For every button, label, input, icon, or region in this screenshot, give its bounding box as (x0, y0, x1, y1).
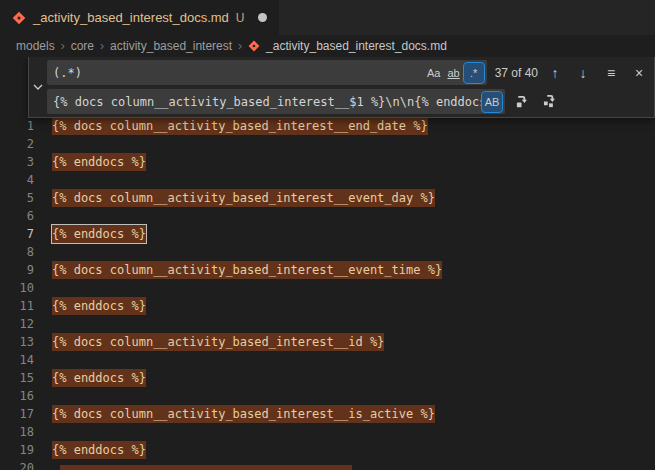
match-highlight: {% docs column__activity_based_interest_… (52, 333, 384, 351)
find-input[interactable] (53, 66, 424, 80)
replace-icon[interactable] (511, 91, 533, 113)
tab-filename: _activity_based_interest_docs.md (33, 10, 229, 25)
editor-lines: 1{% docs column__activity_based_interest… (0, 117, 655, 470)
git-status-badge: U (236, 11, 245, 25)
line-number: 13 (0, 335, 34, 349)
next-match-icon[interactable]: ↓ (572, 62, 594, 84)
editor-line[interactable]: 17{% docs column__activity_based_interes… (0, 405, 655, 423)
preserve-case-toggle[interactable]: AB (482, 92, 502, 112)
editor-line[interactable]: 19{% enddocs %} (0, 441, 655, 459)
tab-activity-docs[interactable]: _activity_based_interest_docs.md U (0, 0, 279, 35)
match-highlight: {% docs column__activity_based_interest_… (52, 261, 442, 279)
line-number: 16 (0, 389, 34, 403)
editor-area: Aa ab .* 37 of 40 ↑ ↓ ≡ × AB (0, 57, 655, 470)
replace-input[interactable] (53, 95, 482, 109)
code-editor[interactable]: 1{% docs column__activity_based_interest… (0, 57, 655, 470)
find-widget-collapse-chevron[interactable] (29, 60, 47, 114)
editor-line[interactable]: 11{% enddocs %} (0, 297, 655, 315)
editor-line[interactable]: 12 (0, 315, 655, 333)
editor-line[interactable]: 15{% enddocs %} (0, 369, 655, 387)
find-row: Aa ab .* 37 of 40 ↑ ↓ ≡ × (47, 60, 650, 85)
editor-line[interactable]: 6 (0, 207, 655, 225)
find-replace-widget: Aa ab .* 37 of 40 ↑ ↓ ≡ × AB (28, 57, 655, 118)
match-highlight: {% docs column__activity_based_interest_… (52, 189, 435, 207)
line-number: 5 (0, 191, 34, 205)
unsaved-changes-dot[interactable] (258, 13, 267, 22)
line-number: 10 (0, 281, 34, 295)
line-number: 4 (0, 173, 34, 187)
match-highlight: {% docs column__activity_based_interest_… (52, 117, 428, 135)
line-number: 12 (0, 317, 34, 331)
breadcrumb-separator: › (100, 39, 104, 53)
breadcrumb-item-models[interactable]: models (16, 39, 55, 53)
editor-line[interactable]: 8 (0, 243, 655, 261)
replace-row: AB (47, 89, 650, 114)
line-number: 20 (0, 461, 34, 470)
tab-bar: _activity_based_interest_docs.md U (0, 0, 655, 35)
editor-line[interactable]: 3{% enddocs %} (0, 153, 655, 171)
replace-input-box: AB (47, 89, 505, 114)
editor-line[interactable]: 13{% docs column__activity_based_interes… (0, 333, 655, 351)
breadcrumb-separator: › (61, 39, 65, 53)
find-input-box: Aa ab .* (47, 60, 487, 85)
vscode-window: _activity_based_interest_docs.md U model… (0, 0, 655, 470)
current-match-highlight: {% enddocs %} (52, 225, 146, 243)
line-number: 18 (0, 425, 34, 439)
line-number: 8 (0, 245, 34, 259)
replace-all-icon[interactable] (539, 91, 561, 113)
line-number: 17 (0, 407, 34, 421)
match-count: 37 of 40 (495, 66, 538, 80)
previous-match-icon[interactable]: ↑ (544, 62, 566, 84)
dbt-file-icon (12, 11, 26, 25)
match-highlight: {% enddocs %} (52, 441, 146, 459)
line-number: 11 (0, 299, 34, 313)
breadcrumb: models › core › activity_based_interest … (0, 35, 655, 57)
editor-line[interactable]: 2 (0, 135, 655, 153)
whole-word-toggle[interactable]: ab (444, 63, 464, 83)
line-number: 19 (0, 443, 34, 457)
breadcrumb-item-file[interactable]: _activity_based_interest_docs.md (266, 39, 447, 53)
partial-match-sliver (60, 465, 352, 470)
regex-toggle[interactable]: .* (464, 63, 484, 83)
dbt-file-icon (248, 40, 260, 52)
breadcrumb-item-core[interactable]: core (71, 39, 94, 53)
line-number: 3 (0, 155, 34, 169)
match-highlight: {% enddocs %} (52, 297, 146, 315)
find-in-selection-icon[interactable]: ≡ (600, 62, 622, 84)
breadcrumb-separator: › (238, 39, 242, 53)
editor-line[interactable]: 5{% docs column__activity_based_interest… (0, 189, 655, 207)
close-icon[interactable]: × (628, 62, 650, 84)
line-number: 2 (0, 137, 34, 151)
editor-line[interactable]: 10 (0, 279, 655, 297)
match-highlight: {% docs column__activity_based_interest_… (52, 405, 435, 423)
line-number: 1 (0, 119, 34, 133)
line-number: 14 (0, 353, 34, 367)
line-number: 7 (0, 227, 34, 241)
breadcrumb-item-activity-based-interest[interactable]: activity_based_interest (110, 39, 232, 53)
editor-line[interactable]: 7{% enddocs %} (0, 225, 655, 243)
editor-line[interactable]: 18 (0, 423, 655, 441)
line-number: 15 (0, 371, 34, 385)
editor-line[interactable]: 9{% docs column__activity_based_interest… (0, 261, 655, 279)
editor-line[interactable]: 16 (0, 387, 655, 405)
match-highlight: {% enddocs %} (52, 369, 146, 387)
line-number: 9 (0, 263, 34, 277)
editor-line[interactable]: 1{% docs column__activity_based_interest… (0, 117, 655, 135)
editor-line[interactable]: 14 (0, 351, 655, 369)
editor-line[interactable]: 4 (0, 171, 655, 189)
match-case-toggle[interactable]: Aa (424, 63, 444, 83)
match-highlight: {% enddocs %} (52, 153, 146, 171)
line-number: 6 (0, 209, 34, 223)
